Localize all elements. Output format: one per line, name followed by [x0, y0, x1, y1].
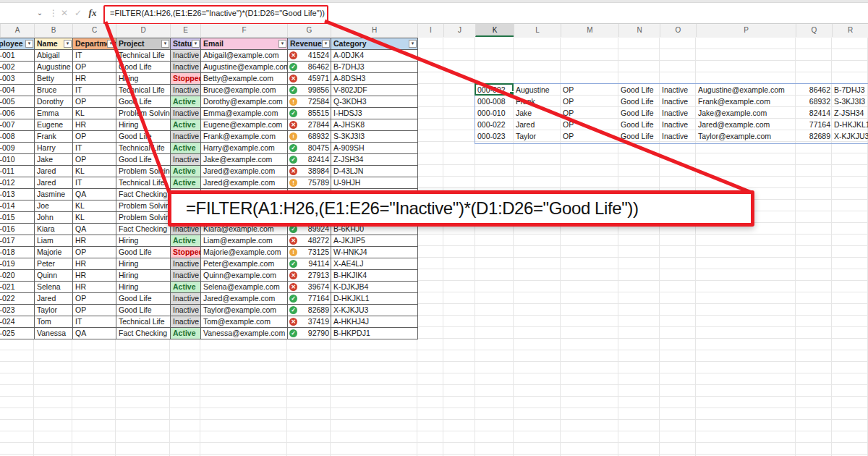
cell-employee-id[interactable]: 000-019: [0, 258, 35, 270]
column-header-L[interactable]: L: [514, 24, 561, 37]
cell-revenue[interactable]: 68932!: [288, 131, 331, 143]
result-cell[interactable]: OP: [561, 119, 618, 130]
cell-project[interactable]: Problem Solving: [116, 166, 171, 177]
result-cell[interactable]: X-KJKJU3: [832, 130, 868, 142]
cell-status[interactable]: Inactive: [171, 270, 201, 282]
column-header-P[interactable]: P: [696, 24, 796, 37]
cell-project[interactable]: Good Life: [116, 154, 171, 166]
cell-revenue[interactable]: 38984✕: [288, 166, 331, 177]
cell-email[interactable]: Eugene@example.com: [201, 119, 288, 131]
cell-email[interactable]: Dorothy@example.com: [201, 96, 288, 108]
cell-project[interactable]: Good Life: [116, 305, 171, 316]
table-header-email[interactable]: Email▼: [201, 38, 288, 50]
cell-project[interactable]: Technical Life: [116, 177, 171, 189]
cell-employee-id[interactable]: 000-020: [0, 270, 35, 282]
result-cell[interactable]: Jake@example.com: [696, 107, 796, 119]
cell-email[interactable]: Tom@example.com: [201, 316, 288, 328]
result-cell[interactable]: Z-JSH34: [832, 107, 868, 119]
cell-name[interactable]: Joe: [35, 200, 73, 212]
cell-status[interactable]: Active: [171, 235, 201, 247]
cell-name[interactable]: Jared: [35, 293, 73, 305]
cell-status[interactable]: Active: [171, 177, 201, 189]
cell-status[interactable]: Inactive: [171, 154, 201, 166]
cancel-icon[interactable]: ✕: [58, 3, 71, 23]
table-header-department[interactable]: Department▼: [73, 38, 116, 50]
cell-status[interactable]: Active: [171, 143, 201, 154]
cell-project[interactable]: Hiring: [116, 282, 171, 293]
cell-department[interactable]: HR: [73, 270, 116, 282]
cell-project[interactable]: Technical Life: [116, 143, 171, 154]
cell-email[interactable]: Jared@example.com: [201, 293, 288, 305]
filter-dropdown-icon[interactable]: ▼: [322, 40, 330, 48]
cell-name[interactable]: Abigail: [35, 50, 73, 62]
result-cell[interactable]: Augustine@example.com: [696, 84, 796, 96]
cell-employee-id[interactable]: 000-024: [0, 316, 35, 328]
cell-project[interactable]: Fact Checking: [116, 328, 171, 339]
filter-dropdown-icon[interactable]: ▼: [107, 40, 115, 48]
cell-email[interactable]: Vanessa@example.com: [201, 328, 288, 339]
table-header-category[interactable]: Category▼: [331, 38, 418, 50]
cell-employee-id[interactable]: 000-023: [0, 305, 35, 316]
cell-employee-id[interactable]: 000-010: [0, 154, 35, 166]
cell-department[interactable]: IT: [73, 143, 116, 154]
result-cell[interactable]: Inactive: [660, 84, 696, 96]
cell-employee-id[interactable]: 000-015: [0, 212, 35, 224]
cell-status[interactable]: Inactive: [171, 305, 201, 316]
cell-category[interactable]: I-HDSJ3: [331, 108, 418, 119]
cell-employee-id[interactable]: 000-021: [0, 282, 35, 293]
cell-revenue[interactable]: 48272✕: [288, 235, 331, 247]
column-header-H[interactable]: H: [331, 24, 417, 37]
cell-project[interactable]: Fact Checking: [116, 189, 171, 200]
result-cell[interactable]: Frank: [514, 96, 561, 107]
cell-department[interactable]: HR: [73, 282, 116, 293]
cell-email[interactable]: Abigail@example.com: [201, 50, 288, 62]
result-cell[interactable]: OP: [561, 96, 618, 107]
cell-email[interactable]: Selena@example.com: [201, 282, 288, 293]
result-cell[interactable]: OP: [561, 107, 618, 119]
cell-employee-id[interactable]: 000-025: [0, 328, 35, 339]
cell-category[interactable]: D-43LJN: [331, 166, 418, 177]
result-cell[interactable]: 77164: [796, 119, 832, 130]
column-header-Q[interactable]: Q: [796, 24, 832, 37]
cell-name[interactable]: Majorie: [35, 247, 73, 258]
cell-category[interactable]: A-8DSH3: [331, 73, 418, 85]
cell-department[interactable]: OP: [73, 62, 116, 73]
cell-revenue[interactable]: 45971✕: [288, 73, 331, 85]
cell-category[interactable]: V-802JDF: [331, 85, 418, 96]
cell-department[interactable]: IT: [73, 316, 116, 328]
result-cell[interactable]: 68932: [796, 96, 832, 107]
cell-email[interactable]: Augustine@example.com: [201, 62, 288, 73]
cell-email[interactable]: Taylor@example.com: [201, 305, 288, 316]
result-cell[interactable]: Frank@example.com: [696, 96, 796, 107]
cell-department[interactable]: QA: [73, 189, 116, 200]
cell-status[interactable]: Inactive: [171, 108, 201, 119]
result-cell[interactable]: Good Life: [618, 96, 660, 107]
cell-revenue[interactable]: 75789!: [288, 177, 331, 189]
cell-employee-id[interactable]: 000-018: [0, 247, 35, 258]
cell-name[interactable]: Betty: [35, 73, 73, 85]
result-cell[interactable]: Good Life: [618, 84, 660, 96]
cell-status[interactable]: Active: [171, 282, 201, 293]
result-cell[interactable]: D-HKJKL1: [832, 119, 868, 130]
table-header-revenue[interactable]: Revenue▼: [288, 38, 331, 50]
cell-department[interactable]: HR: [73, 73, 116, 85]
cell-project[interactable]: Hiring: [116, 270, 171, 282]
cell-project[interactable]: Good Life: [116, 247, 171, 258]
cell-name[interactable]: Augustine: [35, 62, 73, 73]
column-header-B[interactable]: B: [34, 24, 72, 37]
cell-status[interactable]: Active: [171, 166, 201, 177]
cell-category[interactable]: K-DJKJB4: [331, 282, 418, 293]
cell-email[interactable]: Majorie@example.com: [201, 247, 288, 258]
cell-status[interactable]: Inactive: [171, 293, 201, 305]
cell-revenue[interactable]: 80475✓: [288, 143, 331, 154]
cell-project[interactable]: Problem Solving: [116, 200, 171, 212]
cell-department[interactable]: HR: [73, 258, 116, 270]
cell-revenue[interactable]: 92790✓: [288, 328, 331, 339]
cell-employee-id[interactable]: 000-013: [0, 189, 35, 200]
result-cell[interactable]: 86462: [796, 84, 832, 96]
table-header-name[interactable]: Name▼: [35, 38, 73, 50]
cell-category[interactable]: A-JKJIP5: [331, 235, 418, 247]
result-cell[interactable]: 82414: [796, 107, 832, 119]
cell-project[interactable]: Fact Checking: [116, 224, 171, 235]
cell-category[interactable]: Q-3KDH3: [331, 96, 418, 108]
